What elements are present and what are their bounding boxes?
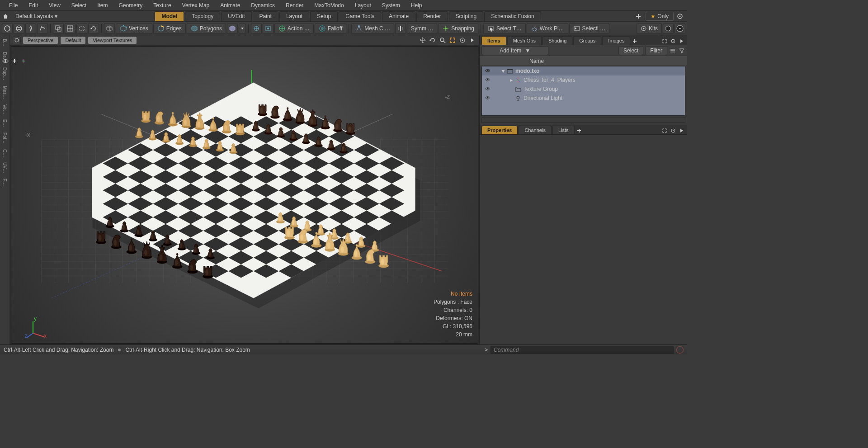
layout-tab-topology[interactable]: Topology	[185, 11, 220, 21]
bbox-tool-icon[interactable]	[76, 23, 87, 34]
tree-item-directional-light[interactable]: 👁Directional Light	[482, 94, 685, 103]
items-add-tab-icon[interactable]	[631, 38, 638, 45]
maximize-icon[interactable]	[448, 36, 457, 44]
orbit-icon[interactable]	[429, 36, 437, 44]
lower-tab-lists[interactable]: Lists	[552, 126, 575, 134]
only-button[interactable]: ★ Only	[646, 12, 674, 21]
item-tree[interactable]: 👁▾modo.lxo👁▸Chess_for_4_Players👁Texture …	[481, 66, 685, 116]
tree-item-chess-for-4-players[interactable]: 👁▸Chess_for_4_Players	[482, 75, 685, 85]
tree-item-texture-group[interactable]: 👁Texture Group	[482, 85, 685, 94]
layout-tab-setup[interactable]: Setup	[310, 11, 338, 21]
pin-tool-icon[interactable]	[25, 23, 36, 34]
home-icon[interactable]	[0, 11, 11, 22]
viewport-preset-tab[interactable]: Default	[60, 36, 86, 44]
viewport-settings-icon[interactable]	[458, 36, 467, 44]
sidestrip-b[interactable]: B…	[2, 39, 7, 47]
viewport-shading-tab[interactable]: Viewport Textures	[88, 36, 137, 44]
menu-select[interactable]: Select	[66, 0, 92, 11]
edges-mode-button[interactable]: Edges	[153, 23, 186, 34]
menu-file[interactable]: File	[4, 0, 23, 11]
component-cube-icon[interactable]	[104, 23, 115, 34]
items-tab-shading[interactable]: Shading	[542, 36, 572, 45]
items-funnel-icon[interactable]	[678, 47, 685, 54]
menu-layout[interactable]: Layout	[349, 0, 377, 11]
viewport-camera-tab[interactable]: Perspective	[23, 36, 58, 44]
selection-set-button[interactable]: Selecti …	[569, 23, 609, 34]
layout-tab-scripting[interactable]: Scripting	[449, 11, 484, 21]
items-tab-mesh-ops[interactable]: Mesh Ops	[507, 36, 542, 45]
tree-scrollbar[interactable]	[481, 118, 685, 123]
viewport-menu-icon[interactable]	[13, 36, 21, 44]
items-list-mode-icon[interactable]	[669, 47, 676, 54]
grid-snap-icon[interactable]	[65, 23, 75, 34]
layout-settings-icon[interactable]	[675, 12, 684, 21]
sidestrip-uv[interactable]: UV…	[2, 162, 7, 173]
sphere-tool-icon[interactable]	[14, 23, 24, 34]
falloff-button[interactable]: Falloff	[315, 23, 346, 34]
layout-tab-animate[interactable]: Animate	[382, 11, 415, 21]
center-world-icon[interactable]	[251, 23, 262, 34]
symmetry-button[interactable]: Symm …	[407, 23, 437, 34]
items-select-button[interactable]: Select	[618, 46, 643, 55]
record-icon[interactable]	[676, 346, 684, 354]
sidestrip-mes[interactable]: Mes…	[2, 86, 7, 99]
command-input[interactable]: Command	[491, 346, 674, 354]
sidestrip-c[interactable]: C…	[2, 149, 7, 157]
layout-tab-paint[interactable]: Paint	[253, 11, 278, 21]
items-tab-groups[interactable]: Groups	[573, 36, 601, 45]
symmetry-axis-icon[interactable]	[395, 23, 406, 34]
center-local-icon[interactable]	[263, 23, 274, 34]
material-cube-icon[interactable]	[227, 23, 238, 34]
zoom-icon[interactable]	[439, 36, 447, 44]
items-next-icon[interactable]	[678, 38, 685, 45]
menu-animate[interactable]: Animate	[215, 0, 245, 11]
rotate-tool-icon[interactable]	[88, 23, 99, 34]
lower-add-tab-icon[interactable]	[576, 127, 583, 134]
layout-tab-render[interactable]: Render	[416, 11, 448, 21]
lower-tab-channels[interactable]: Channels	[519, 126, 551, 134]
sidestrip-e[interactable]: E…	[2, 119, 7, 127]
layout-tab-model[interactable]: Model	[155, 11, 184, 21]
circle-tool-icon[interactable]	[2, 23, 13, 34]
layout-preset-dropdown[interactable]: Default Layouts ▾	[11, 11, 62, 22]
snapping-button[interactable]: Snapping	[438, 23, 478, 34]
layout-tab-uvedit[interactable]: UVEdit	[221, 11, 251, 21]
menu-view[interactable]: View	[43, 0, 66, 11]
menu-edit[interactable]: Edit	[23, 0, 43, 11]
unreal-icon[interactable]	[675, 23, 685, 34]
layout-tab-game-tools[interactable]: Game Tools	[339, 11, 381, 21]
sidestrip-ve[interactable]: Ve…	[2, 104, 7, 114]
sidestrip-pol[interactable]: Pol…	[2, 132, 7, 143]
lower-tab-properties[interactable]: Properties	[481, 126, 518, 134]
menu-system[interactable]: System	[377, 0, 406, 11]
menu-dynamics[interactable]: Dynamics	[245, 0, 280, 11]
polygons-mode-button[interactable]: Polygons	[187, 23, 226, 34]
duplicate-tool-icon[interactable]	[53, 23, 64, 34]
add-layout-icon[interactable]	[634, 12, 643, 21]
kits-button[interactable]: Kits	[637, 23, 662, 34]
tree-item-modo-lxo[interactable]: 👁▾modo.lxo	[482, 66, 685, 75]
items-expand-icon[interactable]	[661, 38, 668, 45]
axis-gizmo[interactable]: y x z	[25, 316, 47, 339]
sidestrip-dup[interactable]: Dup…	[2, 67, 7, 80]
menu-maxtomodo[interactable]: MaxToModo	[309, 0, 349, 11]
items-tab-images[interactable]: Images	[602, 36, 630, 45]
items-gear-icon[interactable]	[670, 38, 677, 45]
3d-viewport[interactable]: -X -Z	[11, 46, 478, 344]
visibility-column-icon[interactable]	[2, 57, 9, 65]
lasso-tool-icon[interactable]	[37, 23, 48, 34]
sidestrip-f[interactable]: F…	[2, 179, 7, 186]
menu-item[interactable]: Item	[92, 0, 113, 11]
menu-vertex-map[interactable]: Vertex Map	[177, 0, 215, 11]
menu-texture[interactable]: Texture	[148, 0, 176, 11]
lower-gear-icon[interactable]	[670, 127, 677, 134]
viewport-next-icon[interactable]	[468, 36, 476, 44]
add-column-icon[interactable]	[11, 57, 18, 65]
locator-column-icon[interactable]	[20, 57, 27, 65]
lower-next-icon[interactable]	[678, 127, 685, 134]
pan-icon[interactable]	[419, 36, 427, 44]
dropdown-icon[interactable]	[239, 23, 246, 34]
mesh-constraint-button[interactable]: Mesh C …	[351, 23, 394, 34]
menu-geometry[interactable]: Geometry	[113, 0, 148, 11]
select-through-button[interactable]: Select T…	[483, 23, 526, 34]
